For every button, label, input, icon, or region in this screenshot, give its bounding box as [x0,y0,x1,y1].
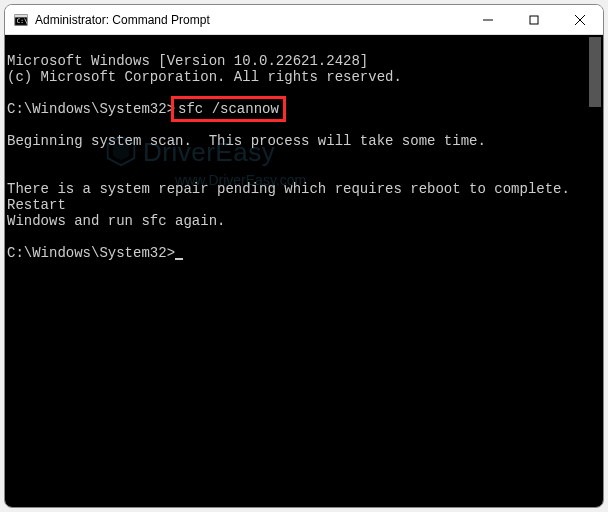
svg-text:C:\: C:\ [17,16,28,23]
terminal-area[interactable]: DriverEasy www.DriverEasy.com Microsoft … [5,35,603,507]
output-line: There is a system repair pending which r… [7,181,599,213]
output-line: Windows and run sfc again. [7,213,599,229]
output-line: Beginning system scan. This process will… [7,133,599,149]
highlighted-command: sfc /scannow [171,96,286,122]
window-controls [465,5,603,34]
terminal-output: Microsoft Windows [Version 10.0.22621.24… [5,37,599,293]
svg-rect-4 [530,16,538,24]
output-line: (c) Microsoft Corporation. All rights re… [7,69,599,85]
output-line: Microsoft Windows [Version 10.0.22621.24… [7,53,599,69]
prompt-path: C:\Windows\System32> [7,245,175,261]
scrollbar-thumb[interactable] [589,37,601,107]
prompt-line: C:\Windows\System32>sfc /scannow [7,101,599,117]
prompt-line: C:\Windows\System32> [7,245,599,261]
titlebar[interactable]: C:\ Administrator: Command Prompt [5,5,603,35]
close-button[interactable] [557,5,603,34]
text-cursor [175,258,183,260]
prompt-path: C:\Windows\System32> [7,101,175,117]
command-prompt-window: C:\ Administrator: Command Prompt Driver… [4,4,604,508]
cmd-icon: C:\ [13,12,29,28]
minimize-button[interactable] [465,5,511,34]
window-title: Administrator: Command Prompt [35,13,465,27]
maximize-button[interactable] [511,5,557,34]
